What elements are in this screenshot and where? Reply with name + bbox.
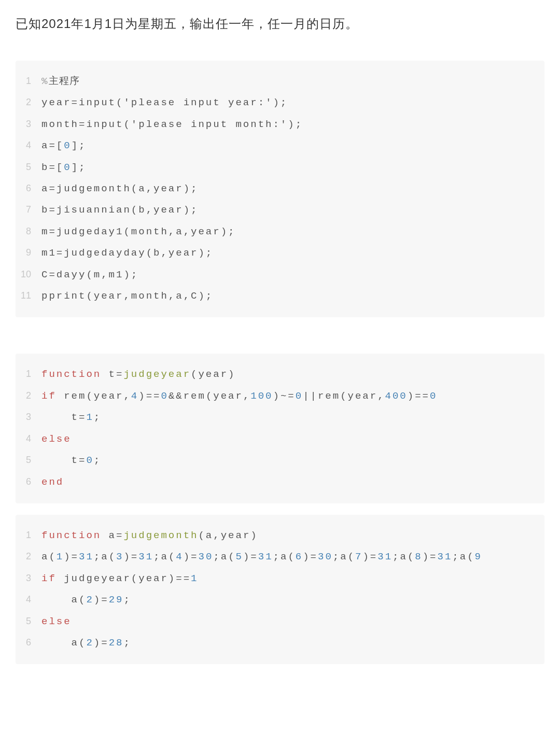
code-line: 1%主程序 — [16, 71, 533, 92]
code-line: 10C=dayy(m,m1); — [16, 264, 533, 286]
code-line: 2a(1)=31;a(3)=31;a(4)=30;a(5)=31;a(6)=30… — [16, 546, 533, 568]
line-number: 3 — [16, 114, 41, 134]
code: if judgeyear(year)==1 — [41, 568, 198, 589]
line-number: 4 — [16, 135, 41, 156]
line-number: 5 — [16, 157, 41, 177]
line-number: 7 — [16, 200, 41, 220]
code: end — [41, 472, 64, 493]
line-number: 3 — [16, 407, 41, 427]
code-line: 6end — [16, 472, 533, 493]
code: m1=judgedayday(b,year); — [41, 243, 213, 264]
line-number: 2 — [16, 92, 41, 112]
code-line: 3month=input('please input month:'); — [16, 114, 533, 135]
code-line: 5 t=0; — [16, 450, 533, 471]
line-number: 4 — [16, 589, 41, 610]
code-line: 2if rem(year,4)==0&&rem(year,100)~=0||re… — [16, 386, 533, 407]
code: pprint(year,month,a,C); — [41, 286, 213, 307]
code-line: 4else — [16, 429, 533, 450]
code-line: 4a=[0]; — [16, 135, 533, 157]
line-number: 1 — [16, 525, 41, 545]
line-number: 9 — [16, 243, 41, 263]
code: a=judgemonth(a,year); — [41, 178, 198, 200]
code: C=dayy(m,m1); — [41, 264, 138, 286]
line-number: 6 — [16, 178, 41, 199]
page-title: 已知2021年1月1日为星期五，输出任一年，任一月的日历。 — [16, 16, 544, 32]
code-line: 6a=judgemonth(a,year); — [16, 178, 533, 200]
code: function a=judgemonth(a,year) — [41, 525, 258, 546]
code-line: 3if judgeyear(year)==1 — [16, 568, 533, 589]
code-block-main: 1%主程序 2year=input('please input year:');… — [16, 61, 544, 317]
code-line: 9m1=judgedayday(b,year); — [16, 243, 533, 264]
code-line: 11pprint(year,month,a,C); — [16, 286, 533, 307]
code-line: 1function t=judgeyear(year) — [16, 364, 533, 385]
code: %主程序 — [41, 71, 80, 92]
code: b=[0]; — [41, 157, 86, 178]
code-line: 6 a(2)=28; — [16, 632, 533, 654]
line-number: 6 — [16, 472, 41, 492]
code-block-judgeyear: 1function t=judgeyear(year) 2if rem(year… — [16, 354, 544, 503]
line-number: 1 — [16, 71, 41, 91]
line-number: 1 — [16, 364, 41, 384]
code-block-judgemonth: 1function a=judgemonth(a,year) 2a(1)=31;… — [16, 515, 544, 664]
line-number: 6 — [16, 632, 41, 653]
code: a(2)=29; — [41, 589, 131, 611]
code-line: 5else — [16, 611, 533, 632]
line-number: 2 — [16, 546, 41, 567]
code: year=input('please input year:'); — [41, 92, 288, 114]
code: m=judgeday1(month,a,year); — [41, 221, 235, 243]
line-number: 5 — [16, 611, 41, 631]
line-number: 4 — [16, 429, 41, 449]
code-line: 7b=jisuannian(b,year); — [16, 200, 533, 221]
code-line: 5b=[0]; — [16, 157, 533, 178]
line-number: 8 — [16, 221, 41, 242]
code: else — [41, 611, 72, 632]
code-line: 1function a=judgemonth(a,year) — [16, 525, 533, 546]
line-number: 3 — [16, 568, 41, 588]
code: month=input('please input month:'); — [41, 114, 303, 135]
code: t=0; — [41, 450, 101, 471]
code: a(2)=28; — [41, 632, 131, 654]
code: else — [41, 429, 72, 450]
code: b=jisuannian(b,year); — [41, 200, 198, 221]
line-number: 10 — [16, 264, 41, 285]
code: a(1)=31;a(3)=31;a(4)=30;a(5)=31;a(6)=30;… — [41, 546, 482, 568]
code-line: 2year=input('please input year:'); — [16, 92, 533, 114]
line-number: 11 — [16, 286, 41, 306]
code-line: 3 t=1; — [16, 407, 533, 428]
code: t=1; — [41, 407, 101, 428]
code-line: 8m=judgeday1(month,a,year); — [16, 221, 533, 243]
code: a=[0]; — [41, 135, 86, 157]
line-number: 2 — [16, 386, 41, 406]
code: if rem(year,4)==0&&rem(year,100)~=0||rem… — [41, 386, 437, 407]
line-number: 5 — [16, 450, 41, 470]
code-line: 4 a(2)=29; — [16, 589, 533, 611]
code: function t=judgeyear(year) — [41, 364, 235, 385]
